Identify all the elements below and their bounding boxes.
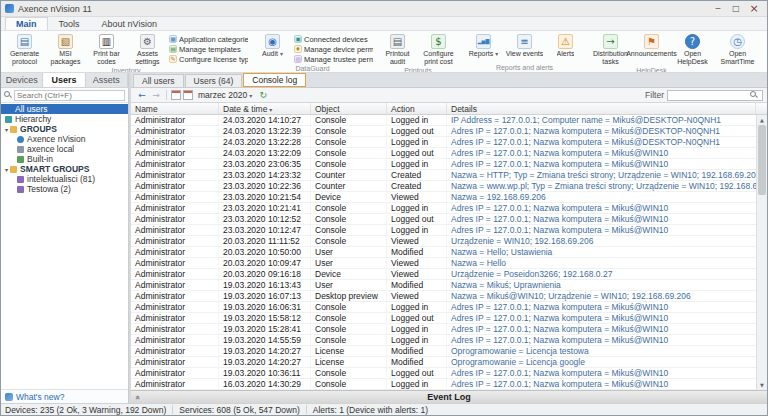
table-row[interactable]: Administrator23.03.2020 10:21:54DeviceVi… [131, 192, 767, 203]
table-row[interactable]: Administrator20.03.2020 09:16:18DeviceVi… [131, 269, 767, 280]
print-bar-codes-button[interactable]: ▥Print bar codes [86, 32, 127, 66]
table-row[interactable]: Administrator24.03.2020 13:22:28ConsoleL… [131, 137, 767, 148]
table-row[interactable]: Administrator19.03.2020 15:58:12ConsoleL… [131, 313, 767, 324]
tab-devices[interactable]: Devices [1, 73, 43, 87]
table-row[interactable]: Administrator23.03.2020 10:22:36CounterC… [131, 181, 767, 192]
table-row[interactable]: Administrator23.03.2020 10:12:52ConsoleL… [131, 214, 767, 225]
period-dropdown[interactable]: marzec 2020 ▾ [194, 90, 256, 100]
cell-action: Viewed [387, 291, 447, 301]
table-row[interactable]: Administrator24.03.2020 13:22:09ConsoleL… [131, 148, 767, 159]
distribution-tasks-button[interactable]: →Distribution tasks [590, 32, 631, 66]
column-header-details[interactable]: Details [447, 103, 756, 114]
sidebar-item-built-in[interactable]: Built-in [1, 154, 128, 164]
table-row[interactable]: Administrator19.03.2020 10:36:11ConsoleL… [131, 368, 767, 379]
table-row[interactable]: Administrator23.03.2020 10:12:47ConsoleL… [131, 225, 767, 236]
table-row[interactable]: Administrator20.03.2020 11:11:52ConsoleV… [131, 236, 767, 247]
scroll-up-icon[interactable] [757, 115, 767, 125]
application-categories-button[interactable]: ▦Application categories [168, 34, 248, 44]
tab-users-64[interactable]: Users (64) [185, 74, 243, 87]
event-table: NameDate & time ▾ObjectActionDetails Adm… [131, 103, 767, 390]
tab-users[interactable]: Users [43, 73, 85, 87]
close-button[interactable] [745, 2, 763, 16]
alerts-button[interactable]: ⚠Alerts [545, 32, 586, 63]
table-row[interactable]: Administrator20.03.2020 10:09:47UserView… [131, 258, 767, 269]
options-button[interactable]: ⚙Options [762, 32, 767, 63]
sidebar-item-label: SMART GROUPS [20, 164, 89, 174]
generate-protocol-button[interactable]: ▤Generate protocol [4, 32, 45, 66]
calendar-day-icon[interactable] [171, 90, 181, 100]
sidebar-item-intelektualisci-81[interactable]: intelektualisci (81) [1, 174, 128, 184]
printout-audit-button[interactable]: ▤Printout audit [377, 32, 418, 66]
sidebar-item-smart-groups[interactable]: ▾SMART GROUPS [1, 164, 128, 174]
scrollbar-thumb[interactable] [758, 125, 766, 195]
content-area: DevicesUsersAssets All usersHierarchy▾GR… [1, 73, 767, 403]
reports-button[interactable]: ▂▅▇Reports ▾ [463, 32, 504, 63]
cell-action: Modified [387, 346, 447, 356]
maximize-button[interactable] [727, 2, 745, 16]
vertical-scrollbar[interactable] [756, 115, 767, 390]
cell-name: Administrator [131, 247, 219, 257]
cell-name: Administrator [131, 148, 219, 158]
table-row[interactable]: Administrator23.03.2020 23:06:35ConsoleL… [131, 159, 767, 170]
cell-details: Nazwa = Mikuś; Uprawnienia [447, 280, 767, 290]
connected-devices-button[interactable]: ▣Connected devices [293, 34, 373, 44]
configure-license-type-button[interactable]: ✎Configure license type [168, 54, 248, 64]
refresh-button[interactable]: ↻ [256, 89, 270, 101]
sidebar-item-hierarchy[interactable]: Hierarchy [1, 114, 128, 124]
tab-all-users[interactable]: All users [133, 74, 184, 87]
sidebar-item-groups[interactable]: ▾GROUPS [1, 124, 128, 134]
scroll-down-icon[interactable] [757, 380, 767, 390]
open-helpdesk-button[interactable]: ?Open HelpDesk [672, 32, 713, 66]
sidebar-item-testowa-2[interactable]: Testowa (2) [1, 184, 128, 194]
configure-print-cost-button[interactable]: $Configure print cost [418, 32, 459, 66]
search-input[interactable] [14, 90, 125, 101]
forward-button[interactable]: → [149, 89, 163, 101]
open-smarttime-button[interactable]: ◷Open SmartTime [717, 32, 758, 66]
calendar-month-icon[interactable] [183, 90, 193, 100]
manage-device-permissions-button[interactable]: ♦Manage device permissions [293, 44, 373, 54]
column-header-name[interactable]: Name [131, 103, 219, 114]
back-button[interactable]: ← [135, 89, 149, 101]
cell-action: Modified [387, 280, 447, 290]
sidebar-item-axence-local[interactable]: axence local [1, 144, 128, 154]
tab-console-log[interactable]: Console log [243, 73, 306, 87]
table-row[interactable]: Administrator19.03.2020 15:28:41ConsoleL… [131, 324, 767, 335]
manage-trustee-permissions-button[interactable]: ◎Manage trustee permissions [293, 54, 373, 64]
column-header-date-time[interactable]: Date & time ▾ [219, 103, 311, 114]
table-row[interactable]: Administrator24.03.2020 14:10:27ConsoleL… [131, 115, 767, 126]
column-header-object[interactable]: Object [311, 103, 387, 114]
sidebar-item-axence-nvision[interactable]: Axence nVision [1, 134, 128, 144]
event-log-bar[interactable]: Event Log [131, 390, 767, 403]
open-helpdesk-label: Open HelpDesk [672, 50, 713, 66]
sidebar-item-all-users[interactable]: All users [1, 104, 128, 114]
menu-tab-main[interactable]: Main [5, 17, 48, 30]
assets-settings-button[interactable]: ⚙Assets settings [127, 32, 168, 66]
table-row[interactable]: Administrator16.03.2020 14:30:29ConsoleL… [131, 379, 767, 390]
filter-input[interactable] [670, 91, 750, 100]
column-header-action[interactable]: Action [387, 103, 447, 114]
table-row[interactable]: Administrator19.03.2020 16:13:43UserModi… [131, 280, 767, 291]
manage-templates-button[interactable]: ▤Manage templates [168, 44, 248, 54]
audit-button[interactable]: ◉Audit ▾ [252, 32, 293, 64]
menu-tab-tools[interactable]: Tools [48, 17, 91, 30]
view-events-button[interactable]: ≡View events [504, 32, 545, 63]
tab-assets[interactable]: Assets [86, 73, 128, 87]
table-row[interactable]: Administrator19.03.2020 14:20:27LicenseM… [131, 346, 767, 357]
menu-tab-about-nvision[interactable]: About nVision [91, 17, 168, 30]
table-row[interactable]: Administrator19.03.2020 16:06:31ConsoleL… [131, 302, 767, 313]
cell-object: Console [311, 302, 387, 312]
table-row[interactable]: Administrator23.03.2020 14:23:32CounterC… [131, 170, 767, 181]
table-row[interactable]: Administrator20.03.2020 10:50:00UserModi… [131, 247, 767, 258]
whats-new-link[interactable]: What's new? [16, 392, 64, 402]
msi-packages-manager-button[interactable]: ▧MSI packages manager [45, 32, 86, 66]
table-row[interactable]: Administrator19.03.2020 16:07:13Desktop … [131, 291, 767, 302]
app-window: Axence nVision 11 MainToolsAbout nVision… [0, 0, 768, 416]
table-row[interactable]: Administrator19.03.2020 14:20:27LicenseM… [131, 357, 767, 368]
minimize-button[interactable] [709, 2, 727, 16]
table-row[interactable]: Administrator23.03.2020 10:21:41ConsoleL… [131, 203, 767, 214]
table-row[interactable]: Administrator19.03.2020 14:55:59ConsoleL… [131, 335, 767, 346]
collapse-chevron-icon[interactable] [133, 395, 142, 400]
table-row[interactable]: Administrator24.03.2020 13:22:39ConsoleL… [131, 126, 767, 137]
announcements-button[interactable]: ⚑Announcements [631, 32, 672, 66]
scrollbar-track[interactable] [757, 125, 767, 380]
